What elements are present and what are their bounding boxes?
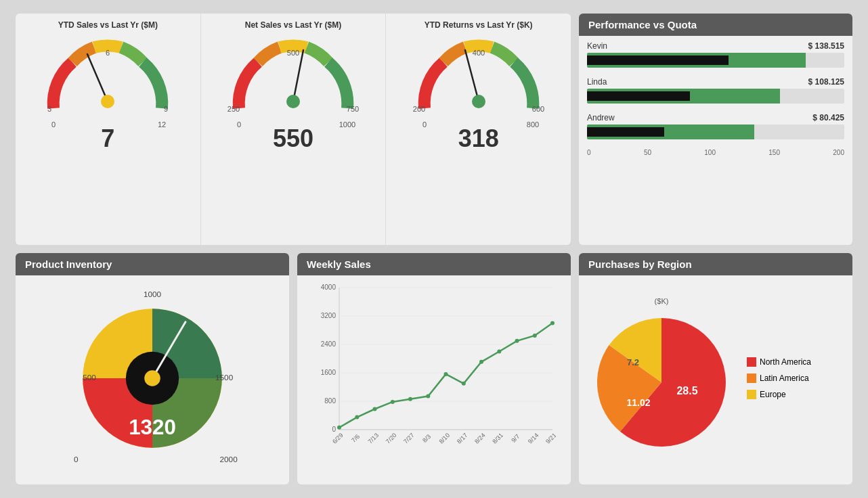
svg-text:800: 800 bbox=[324, 397, 336, 405]
svg-text:7/13: 7/13 bbox=[367, 432, 380, 445]
svg-point-50 bbox=[426, 394, 430, 399]
svg-text:600: 600 bbox=[531, 105, 544, 113]
svg-point-48 bbox=[391, 400, 395, 404]
perf-bar-andrew bbox=[587, 124, 844, 139]
performance-body: Kevin $ 138.515 Linda $ 108.125 bbox=[579, 36, 852, 242]
svg-text:8/17: 8/17 bbox=[456, 432, 469, 445]
gauge2-svg: 500 250 750 0 1000 bbox=[225, 34, 361, 129]
svg-text:0: 0 bbox=[237, 120, 241, 129]
perf-black-kevin bbox=[587, 55, 729, 65]
svg-point-57 bbox=[550, 321, 555, 325]
perf-amount-kevin: $ 138.515 bbox=[808, 41, 844, 51]
svg-text:500: 500 bbox=[83, 373, 96, 382]
gauges-row: YTD Sales vs Last Yr ($M) 6 3 bbox=[16, 14, 571, 245]
svg-text:1000: 1000 bbox=[144, 290, 162, 298]
svg-text:6: 6 bbox=[106, 49, 110, 57]
svg-text:0: 0 bbox=[422, 120, 427, 129]
inventory-header: Product Inventory bbox=[16, 253, 289, 275]
gauge-returns: YTD Returns vs Last Yr ($K) 400 200 600 … bbox=[386, 14, 571, 245]
svg-text:8/3: 8/3 bbox=[421, 433, 432, 444]
purchases-content: ($K) bbox=[587, 281, 844, 476]
legend-dot-eu bbox=[747, 390, 756, 399]
svg-text:500: 500 bbox=[287, 49, 299, 57]
svg-text:8/10: 8/10 bbox=[438, 432, 451, 445]
perf-bar-linda bbox=[587, 89, 844, 104]
svg-text:800: 800 bbox=[526, 120, 538, 129]
inventory-svg: 1320 1000 500 1500 0 2000 bbox=[54, 282, 251, 474]
weekly-svg: 0 800 1600 2400 3200 4000 bbox=[312, 281, 556, 463]
svg-point-15 bbox=[472, 95, 485, 108]
svg-text:0: 0 bbox=[74, 455, 79, 463]
pie-svg: 28.5 11.02 7.2 bbox=[587, 308, 736, 457]
svg-line-14 bbox=[465, 50, 479, 101]
gauge-net-sales: Net Sales vs Last Yr ($M) 500 250 750 0 … bbox=[201, 14, 387, 245]
gauge1-title: YTD Sales vs Last Yr ($M) bbox=[58, 20, 158, 30]
weekly-body: 0 800 1600 2400 3200 4000 bbox=[297, 275, 571, 481]
svg-line-0 bbox=[87, 54, 108, 101]
legend-label-eu: Europe bbox=[760, 390, 786, 399]
perf-amount-linda: $ 108.125 bbox=[808, 77, 844, 87]
svg-text:12: 12 bbox=[158, 120, 166, 129]
gauge1-svg: 6 3 9 0 12 bbox=[40, 34, 175, 129]
svg-text:2000: 2000 bbox=[220, 455, 238, 463]
gauge1-value: 7 bbox=[101, 124, 114, 153]
svg-text:400: 400 bbox=[472, 49, 484, 57]
svg-text:750: 750 bbox=[347, 105, 359, 113]
pie-subtitle: ($K) bbox=[587, 297, 736, 305]
inventory-body: 1320 1000 500 1500 0 2000 bbox=[16, 275, 289, 481]
svg-text:11.02: 11.02 bbox=[626, 397, 650, 408]
svg-text:250: 250 bbox=[227, 105, 240, 113]
svg-text:9/21: 9/21 bbox=[544, 432, 556, 445]
gauge1-chart: 6 3 9 0 12 bbox=[40, 34, 175, 122]
perf-black-andrew bbox=[587, 127, 664, 137]
perf-name-kevin: Kevin bbox=[587, 41, 607, 51]
svg-point-54 bbox=[497, 350, 501, 354]
legend-north-america: North America bbox=[747, 357, 811, 367]
svg-point-24 bbox=[144, 370, 160, 386]
svg-point-8 bbox=[286, 95, 300, 108]
weekly-header: Weekly Sales bbox=[297, 253, 571, 275]
svg-text:8/24: 8/24 bbox=[473, 432, 486, 445]
svg-text:4000: 4000 bbox=[321, 284, 337, 291]
svg-text:7/27: 7/27 bbox=[402, 432, 415, 445]
gauge2-title: Net Sales vs Last Yr ($M) bbox=[245, 20, 342, 30]
svg-text:8/31: 8/31 bbox=[491, 432, 504, 445]
performance-card: Performance vs Quota Kevin $ 138.515 Lin… bbox=[579, 14, 852, 245]
gauge-ytd-sales: YTD Sales vs Last Yr ($M) 6 3 bbox=[16, 14, 201, 245]
pie-chart-container: ($K) bbox=[587, 297, 736, 459]
svg-text:28.5: 28.5 bbox=[676, 385, 697, 397]
weekly-sales-card: Weekly Sales 0 800 1600 2400 3200 4000 bbox=[297, 253, 571, 484]
svg-text:1320: 1320 bbox=[129, 415, 176, 439]
gauge3-svg: 400 200 600 0 800 bbox=[411, 34, 546, 129]
legend-dot-na bbox=[747, 357, 756, 367]
svg-text:2400: 2400 bbox=[321, 340, 337, 348]
perf-axis: 0 50 100 150 200 bbox=[587, 149, 844, 156]
svg-text:9/7: 9/7 bbox=[510, 433, 521, 444]
svg-point-1 bbox=[101, 95, 114, 108]
svg-text:7/6: 7/6 bbox=[350, 433, 361, 444]
svg-point-55 bbox=[515, 339, 519, 343]
gauge2-chart: 500 250 750 0 1000 bbox=[225, 34, 361, 122]
gauge3-title: YTD Returns vs Last Yr ($K) bbox=[425, 20, 533, 30]
svg-text:200: 200 bbox=[412, 105, 425, 113]
svg-text:7/20: 7/20 bbox=[385, 432, 397, 445]
svg-text:1600: 1600 bbox=[321, 369, 337, 376]
svg-point-51 bbox=[444, 372, 448, 376]
svg-point-45 bbox=[337, 426, 341, 430]
perf-name-linda: Linda bbox=[587, 77, 607, 87]
legend-label-la: Latin America bbox=[760, 374, 809, 383]
purchases-body: ($K) bbox=[579, 275, 852, 481]
gauge3-chart: 400 200 600 0 800 bbox=[411, 34, 546, 122]
svg-point-56 bbox=[533, 334, 537, 338]
svg-text:3: 3 bbox=[47, 105, 51, 113]
svg-text:7.2: 7.2 bbox=[627, 357, 639, 367]
svg-line-7 bbox=[293, 50, 303, 101]
svg-text:9/14: 9/14 bbox=[527, 432, 540, 445]
purchases-header: Purchases by Region bbox=[579, 253, 852, 275]
svg-text:9: 9 bbox=[164, 105, 168, 113]
gauge3-value: 318 bbox=[458, 124, 499, 153]
svg-text:3200: 3200 bbox=[321, 312, 337, 319]
inventory-card: Product Inventory bbox=[16, 253, 289, 484]
svg-text:0: 0 bbox=[332, 426, 336, 433]
dashboard: YTD Sales vs Last Yr ($M) 6 3 bbox=[7, 5, 861, 493]
